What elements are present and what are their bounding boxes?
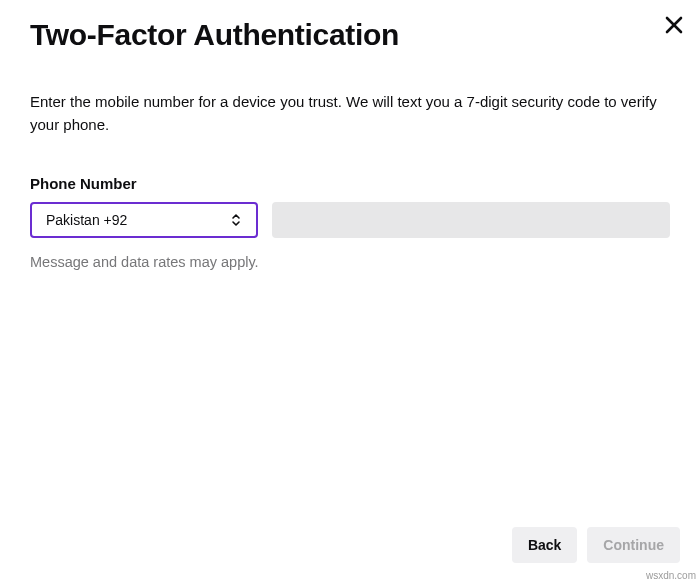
phone-number-label: Phone Number	[30, 175, 670, 192]
stepper-icon	[230, 211, 242, 229]
country-code-select[interactable]: Pakistan +92	[30, 202, 258, 238]
dialog-content: Two-Factor Authentication Enter the mobi…	[0, 0, 700, 270]
dialog-footer: Back Continue	[512, 527, 680, 563]
description-text: Enter the mobile number for a device you…	[30, 90, 670, 137]
continue-button[interactable]: Continue	[587, 527, 680, 563]
page-title: Two-Factor Authentication	[30, 18, 670, 52]
phone-number-input[interactable]	[272, 202, 670, 238]
phone-field-row: Pakistan +92	[30, 202, 670, 238]
country-selected-value: Pakistan +92	[46, 212, 230, 228]
close-button[interactable]	[660, 12, 688, 40]
helper-text: Message and data rates may apply.	[30, 254, 670, 270]
close-icon	[664, 15, 684, 38]
watermark-text: wsxdn.com	[646, 570, 696, 581]
back-button[interactable]: Back	[512, 527, 577, 563]
